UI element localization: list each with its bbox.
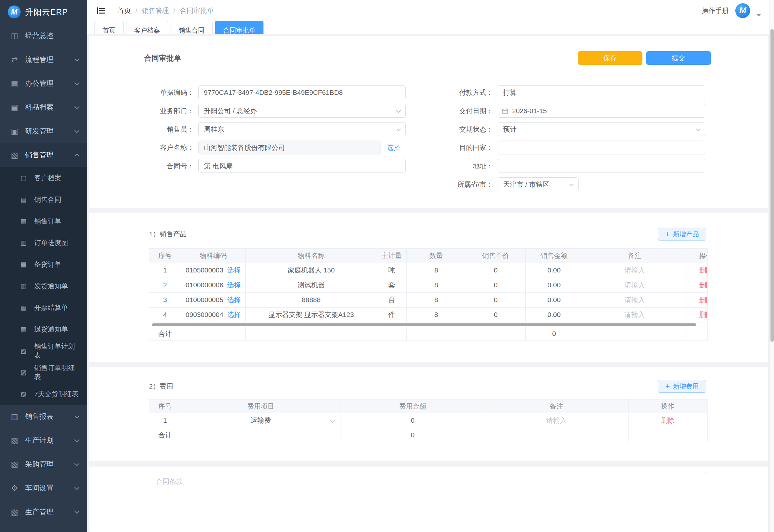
sidebar-item-4[interactable]: ▦料品档案 — [0, 95, 87, 119]
doc-code-input[interactable] — [198, 85, 406, 99]
breadcrumb-item-2[interactable]: 销售管理 — [142, 6, 169, 15]
chevron-down-icon — [74, 80, 80, 85]
delete-row-link[interactable]: 删除 — [699, 281, 708, 289]
select-material-link[interactable]: 选择 — [227, 311, 241, 318]
price-cell[interactable]: 0 — [466, 307, 525, 322]
remark-placeholder: 请输入 — [625, 311, 645, 318]
sidebar-subitem-8[interactable]: ▦退货通知单 — [0, 318, 87, 340]
tab-1[interactable]: 首页 — [94, 21, 124, 34]
business-dept-select[interactable]: 升阳公司 / 总经办 — [198, 104, 406, 118]
hamburger-menu-icon[interactable] — [96, 6, 106, 15]
plus-icon — [665, 382, 670, 390]
sidebar-item-2[interactable]: ⇄流程管理 — [0, 48, 87, 72]
sidebar-item-label: 生产计划 — [25, 436, 54, 445]
salesman-label: 销售员： — [140, 122, 198, 136]
sidebar-subitem-4[interactable]: ▥订单进度图 — [0, 232, 87, 253]
fees-total-row: 合计0 — [149, 428, 707, 442]
sidebar-item-10[interactable]: ⚙车间设置 — [0, 476, 87, 500]
column-header: 费用金额 — [341, 399, 485, 413]
sidebar-subitem-10[interactable]: ▨销售订单明细表 — [0, 361, 87, 383]
remark-input[interactable]: 请输入 — [583, 292, 687, 307]
delete-row-link[interactable]: 删除 — [699, 311, 708, 318]
qty-cell[interactable]: 8 — [406, 292, 466, 307]
sidebar-subitem-5[interactable]: ▦备货订单 — [0, 253, 87, 275]
amount-cell: 0.00 — [525, 307, 583, 322]
sidebar-subitem-11[interactable]: ▨7天交货明细表 — [0, 383, 87, 405]
tab-2[interactable]: 客户档案 — [126, 21, 168, 34]
sidebar-item-9[interactable]: ▧采购管理 — [0, 452, 87, 476]
sidebar-item-12[interactable]: ▧委外管理 — [0, 524, 87, 532]
address-input[interactable] — [498, 159, 705, 173]
delivery-status-select[interactable]: 预计 — [498, 122, 705, 136]
qty-cell[interactable]: 8 — [406, 307, 466, 322]
table-icon: ▦ — [19, 217, 28, 225]
remark-input[interactable]: 请输入 — [583, 263, 687, 278]
delivery-date-input[interactable]: 2026-01-15 — [498, 104, 705, 118]
caret-down-icon[interactable] — [757, 14, 761, 16]
fee-amount-cell[interactable]: 0 — [341, 413, 485, 428]
column-header: 物料名称 — [245, 249, 377, 263]
customer-name-select-link[interactable]: 选择 — [387, 143, 400, 152]
sidebar-subitem-1[interactable]: ▤客户档案 — [0, 167, 87, 189]
delete-row-link[interactable]: 删除 — [699, 266, 708, 274]
payment-method-input[interactable] — [498, 85, 705, 99]
delete-row-link[interactable]: 删除 — [661, 417, 675, 424]
page-scrollbar[interactable] — [769, 0, 774, 532]
dest-country-input[interactable] — [498, 141, 705, 154]
contract-terms-textarea[interactable] — [149, 472, 706, 532]
fee-item-select[interactable]: 运输费 — [181, 413, 341, 428]
qty-cell[interactable]: 8 — [406, 278, 466, 292]
remark-input[interactable]: 请输入 — [485, 413, 628, 428]
sidebar-subitem-6[interactable]: ▦发货通知单 — [0, 275, 87, 297]
sidebar-subitem-2[interactable]: ▤销售合同 — [0, 189, 87, 210]
sidebar-item-11[interactable]: ▧生产管理 — [0, 500, 87, 524]
sidebar-item-5[interactable]: ▣研发管理 — [0, 119, 87, 143]
sidebar: M 升阳云ERP ◫经营总控⇄流程管理▤办公管理▦料品档案▣研发管理▧销售管理▤… — [0, 0, 87, 532]
delete-row-link[interactable]: 删除 — [699, 296, 708, 303]
remark-input[interactable]: 请输入 — [583, 307, 687, 322]
customer-name-label: 客户名称： — [140, 141, 198, 154]
sidebar-item-7[interactable]: ▥销售报表 — [0, 405, 87, 429]
submit-button[interactable]: 提交 — [646, 51, 711, 65]
column-header: 主计量 — [377, 249, 406, 263]
sidebar-item-6[interactable]: ▧销售管理 — [0, 143, 87, 167]
horizontal-scrollbar-thumb[interactable] — [152, 323, 696, 326]
page-scrollbar-thumb[interactable] — [770, 29, 774, 342]
select-material-link[interactable]: 选择 — [227, 266, 241, 274]
book-icon: ▨ — [19, 347, 28, 355]
sidebar-item-3[interactable]: ▤办公管理 — [0, 72, 87, 95]
fee-item-cell: 运输费 — [181, 413, 341, 428]
contract-no-input[interactable] — [198, 159, 406, 173]
price-cell[interactable]: 0 — [466, 278, 525, 292]
manual-link[interactable]: 操作手册 — [702, 6, 729, 15]
select-material-link[interactable]: 选择 — [227, 281, 241, 289]
sidebar-subitem-9[interactable]: ▨销售订单计划表 — [0, 340, 87, 361]
breadcrumb-item-3: 合同审批单 — [180, 6, 214, 15]
delivery-status-value: 预计 — [503, 125, 517, 134]
avatar[interactable]: M — [735, 3, 750, 18]
sidebar-item-1[interactable]: ◫经营总控 — [0, 24, 87, 48]
remark-input[interactable]: 请输入 — [583, 278, 687, 292]
add-fee-button[interactable]: 新增费用 — [658, 380, 706, 393]
empty-cell — [406, 327, 466, 340]
price-cell[interactable]: 0 — [466, 263, 525, 278]
chevron-up-icon — [74, 153, 80, 159]
add-product-button[interactable]: 新增产品 — [658, 228, 706, 241]
sidebar-subitem-label: 备货订单 — [34, 260, 61, 269]
province-city-select[interactable]: 天津市 / 市辖区 — [498, 177, 579, 191]
select-material-link[interactable]: 选择 — [227, 296, 241, 303]
tab-4[interactable]: 合同审批单 — [215, 21, 263, 34]
sidebar-item-8[interactable]: ▧生产计划 — [0, 429, 87, 452]
tab-3[interactable]: 销售合同 — [171, 21, 213, 34]
breadcrumb-item-1[interactable]: 首页 — [117, 6, 131, 15]
empty-cell — [181, 327, 245, 340]
province-city-value: 天津市 / 市辖区 — [503, 180, 550, 189]
save-button[interactable]: 保存 — [578, 51, 642, 65]
chevron-down-icon — [330, 418, 334, 422]
sidebar-subitem-7[interactable]: ▦开票结算单 — [0, 297, 87, 318]
qty-cell[interactable]: 8 — [406, 263, 466, 278]
price-cell[interactable]: 0 — [466, 292, 525, 307]
business-dept-label: 业务部门： — [140, 104, 198, 118]
sidebar-subitem-3[interactable]: ▦销售订单 — [0, 210, 87, 232]
salesman-select[interactable]: 周桂东 — [198, 122, 406, 136]
